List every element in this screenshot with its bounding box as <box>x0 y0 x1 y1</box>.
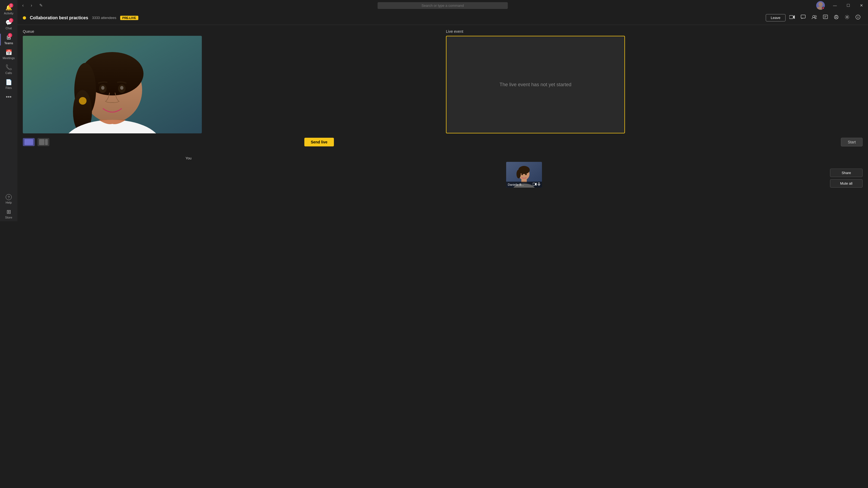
svg-point-27 <box>79 97 87 105</box>
bottom-section: You <box>23 156 395 188</box>
help-label: Help <box>6 201 12 204</box>
back-button[interactable]: ‹ <box>20 2 26 9</box>
files-icon: 📄 <box>5 79 12 86</box>
main-content: Collaboration best practices 3333 attend… <box>18 11 395 221</box>
layout-single-button[interactable] <box>23 138 35 146</box>
layout-split-icon <box>39 139 48 145</box>
sidebar-item-calls[interactable]: 📞 Calls <box>0 62 18 77</box>
you-label: You <box>186 156 191 160</box>
compose-button[interactable]: ✎ <box>37 2 45 9</box>
files-label: Files <box>5 86 12 90</box>
activity-badge: 2 <box>9 3 13 8</box>
sidebar-item-meetings[interactable]: 📅 Meetings <box>0 47 18 62</box>
titlebar-nav: ‹ › ✎ <box>20 2 45 9</box>
activity-label: Activity <box>4 12 13 15</box>
prelive-badge: PRE-LIVE <box>120 16 138 20</box>
chat-label: Chat <box>5 27 12 30</box>
bell-icon: 🔔 2 <box>5 4 12 11</box>
sidebar-item-help[interactable]: ? Help <box>0 192 18 206</box>
layout-single-icon <box>24 139 33 145</box>
store-icon: ⊞ <box>6 208 11 215</box>
content-area: Queue <box>18 25 395 221</box>
store-label: Store <box>5 216 12 219</box>
more-icon: ••• <box>6 94 11 100</box>
controls-row: Send live Start <box>23 138 395 147</box>
teams-badge: 1 <box>8 33 12 37</box>
teams-icon: ⊞ 1 <box>6 34 11 41</box>
svg-point-26 <box>120 86 123 90</box>
sidebar-item-files[interactable]: 📄 Files <box>0 77 18 92</box>
chat-icon: 💬 1 <box>5 19 12 26</box>
sidebar-item-more[interactable]: ••• <box>0 92 18 102</box>
help-icon: ? <box>6 194 12 200</box>
title-bar: ‹ › ✎ — ☐ ✕ <box>18 0 395 11</box>
panels-row: Queue <box>23 29 395 133</box>
queue-panel: Queue <box>23 29 395 133</box>
meetings-label: Meetings <box>3 56 15 60</box>
sidebar: 🔔 2 Activity 💬 1 Chat ⊞ 1 Teams 📅 Meetin… <box>0 0 18 221</box>
forward-button[interactable]: › <box>29 2 34 9</box>
calls-label: Calls <box>5 71 12 74</box>
queue-video <box>23 36 202 133</box>
svg-point-25 <box>101 86 104 90</box>
sidebar-item-activity[interactable]: 🔔 2 Activity <box>0 2 18 17</box>
sidebar-item-chat[interactable]: 💬 1 Chat <box>0 17 18 32</box>
meetings-icon: 📅 <box>5 49 12 56</box>
event-header-left: Collaboration best practices 3333 attend… <box>23 15 138 20</box>
event-status-dot <box>23 16 26 20</box>
search-input[interactable] <box>378 2 395 9</box>
chat-badge: 1 <box>9 18 13 23</box>
teams-label: Teams <box>4 41 13 45</box>
sidebar-item-teams[interactable]: ⊞ 1 Teams <box>0 32 18 47</box>
layout-split-button[interactable] <box>37 138 50 146</box>
sidebar-item-store[interactable]: ⊞ Store <box>0 206 18 221</box>
event-header: Collaboration best practices 3333 attend… <box>18 11 395 25</box>
calls-icon: 📞 <box>5 64 12 70</box>
send-live-button[interactable]: Send live <box>304 138 334 147</box>
event-title: Collaboration best practices <box>30 15 88 20</box>
attendees-count: 3333 attendees <box>92 16 116 20</box>
queue-person-image <box>23 36 202 133</box>
queue-label: Queue <box>23 29 395 34</box>
